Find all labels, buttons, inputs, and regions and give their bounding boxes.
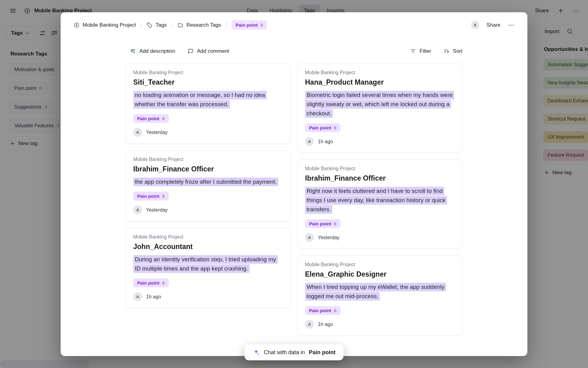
highlighted-text: Right now it feels cluttered and I have … (305, 187, 447, 214)
highlight-card[interactable]: Mobile Banking Project Siti_Teacher no l… (126, 63, 291, 144)
pain-point-badge[interactable]: Pain point6 (305, 219, 341, 228)
badge-label: Pain point (309, 308, 331, 313)
card-quote: the app completely froze after I submitt… (133, 177, 283, 186)
chat-with-data-button[interactable]: Chat with data in Pain point (244, 344, 343, 360)
modal-toolbar: Add description Add comment Filter Sort (126, 48, 462, 54)
breadcrumb-separator: / (226, 22, 227, 28)
card-footer: A 1h ago (305, 137, 455, 146)
card-title: Ibrahim_Finance Officer (133, 165, 283, 173)
add-comment-label: Add comment (197, 48, 229, 54)
badge-count: 6 (334, 308, 337, 313)
author-avatar: A (305, 233, 314, 242)
highlight-card[interactable]: Mobile Banking Project Ibrahim_Finance O… (126, 150, 291, 221)
card-footer: A 1h ago (305, 320, 455, 329)
card-footer: A Yesterday (305, 233, 455, 242)
chat-tag-name: Pain point (309, 349, 336, 356)
modal-share-button[interactable]: Share (487, 22, 500, 28)
modal-more-options-icon[interactable] (508, 22, 514, 29)
badge-count: 6 (162, 116, 165, 121)
card-title: John_Accountant (133, 243, 283, 251)
breadcrumb-tag-badge[interactable]: Pain point 6 (232, 20, 267, 30)
highlight-card[interactable]: Mobile Banking Project Elena_Graphic Des… (297, 255, 462, 336)
sort-label: Sort (453, 48, 462, 54)
badge-label: Pain point (137, 116, 160, 121)
card-footer: A Yesterday (133, 205, 283, 214)
filter-label: Filter (420, 48, 431, 54)
chat-prefix: Chat with data in (264, 349, 305, 356)
badge-count: 6 (162, 194, 165, 199)
author-avatar: A (133, 205, 142, 214)
breadcrumb-project-label: Mobile Banking Project (83, 22, 136, 28)
modal-content: Add description Add comment Filter Sort (126, 48, 462, 336)
highlight-card[interactable]: Mobile Banking Project Ibrahim_Finance O… (297, 159, 462, 249)
badge-label: Pain point (309, 125, 331, 130)
pain-point-badge[interactable]: Pain point6 (305, 123, 341, 132)
author-avatar: A (133, 292, 142, 301)
filter-button[interactable]: Filter (410, 48, 431, 54)
timestamp: 1h ago (318, 322, 333, 327)
project-icon (74, 22, 80, 28)
card-footer: A Yesterday (133, 128, 283, 137)
highlighted-text: When I tried topping up my eWallet, the … (305, 283, 446, 301)
folder-icon (177, 22, 183, 28)
filter-icon (410, 48, 416, 54)
pain-point-badge[interactable]: Pain point6 (133, 192, 169, 201)
user-avatar[interactable]: A (471, 21, 479, 29)
breadcrumb-separator: / (171, 22, 172, 28)
card-title: Ibrahim_Finance Officer (305, 174, 455, 182)
sort-button[interactable]: Sort (443, 48, 462, 54)
highlight-card[interactable]: Mobile Banking Project Hana_Product Mana… (297, 63, 462, 153)
pain-point-badge[interactable]: Pain point6 (305, 306, 341, 315)
badge-label: Pain point (137, 280, 160, 286)
card-project-label: Mobile Banking Project (133, 70, 283, 75)
card-title: Elena_Graphic Designer (305, 270, 455, 278)
card-project-label: Mobile Banking Project (305, 70, 455, 75)
modal-header-actions: A Share (471, 21, 514, 29)
card-project-label: Mobile Banking Project (305, 166, 455, 171)
card-title: Siti_Teacher (133, 78, 283, 86)
card-quote: Biometric login failed several times whe… (305, 90, 455, 118)
card-project-label: Mobile Banking Project (305, 262, 455, 267)
timestamp: 1h ago (318, 139, 333, 144)
tag-icon (146, 22, 153, 28)
breadcrumb: Mobile Banking Project / Tags / Research… (74, 20, 267, 30)
add-description-icon (130, 48, 136, 54)
badge-label: Pain point (309, 221, 331, 226)
pain-point-badge[interactable]: Pain point6 (133, 278, 169, 287)
author-avatar: A (305, 137, 314, 146)
tag-badge-count: 6 (261, 22, 263, 28)
timestamp: Yesterday (318, 235, 340, 240)
toolbar-left: Add description Add comment (130, 48, 229, 54)
author-avatar: A (305, 320, 314, 329)
card-title: Hana_Product Manager (305, 78, 455, 86)
toolbar-right: Filter Sort (410, 48, 462, 54)
card-footer: A 1h ago (133, 292, 283, 301)
card-project-label: Mobile Banking Project (133, 157, 283, 162)
breadcrumb-project[interactable]: Mobile Banking Project (74, 22, 136, 28)
badge-count: 6 (334, 221, 337, 226)
breadcrumb-separator: / (141, 22, 142, 28)
card-project-label: Mobile Banking Project (133, 234, 283, 240)
highlighted-text: Biometric login failed several times whe… (305, 91, 454, 118)
timestamp: Yesterday (146, 130, 168, 135)
add-comment-icon (187, 48, 194, 54)
breadcrumb-tags[interactable]: Tags (146, 22, 167, 28)
highlight-card[interactable]: Mobile Banking Project John_Accountant D… (126, 228, 291, 308)
pain-point-badge[interactable]: Pain point6 (133, 114, 169, 123)
tag-detail-modal: Mobile Banking Project / Tags / Research… (61, 12, 527, 356)
highlights-grid: Mobile Banking Project Siti_Teacher no l… (126, 63, 462, 336)
card-quote: When I tried topping up my eWallet, the … (305, 282, 455, 301)
add-description-button[interactable]: Add description (130, 48, 175, 54)
author-avatar: A (133, 128, 142, 137)
sort-icon (443, 48, 450, 54)
highlighted-text: the app completely froze after I submitt… (133, 178, 278, 186)
badge-count: 6 (334, 125, 337, 130)
breadcrumb-research-tags[interactable]: Research Tags (177, 22, 221, 28)
grid-column-1: Mobile Banking Project Siti_Teacher no l… (126, 63, 291, 336)
timestamp: Yesterday (146, 207, 168, 213)
card-quote: no loading animation or message, so I ha… (133, 90, 283, 109)
add-comment-button[interactable]: Add comment (187, 48, 229, 54)
highlighted-text: no loading animation or message, so I ha… (133, 91, 267, 109)
badge-label: Pain point (137, 194, 160, 199)
timestamp: 1h ago (146, 294, 161, 300)
